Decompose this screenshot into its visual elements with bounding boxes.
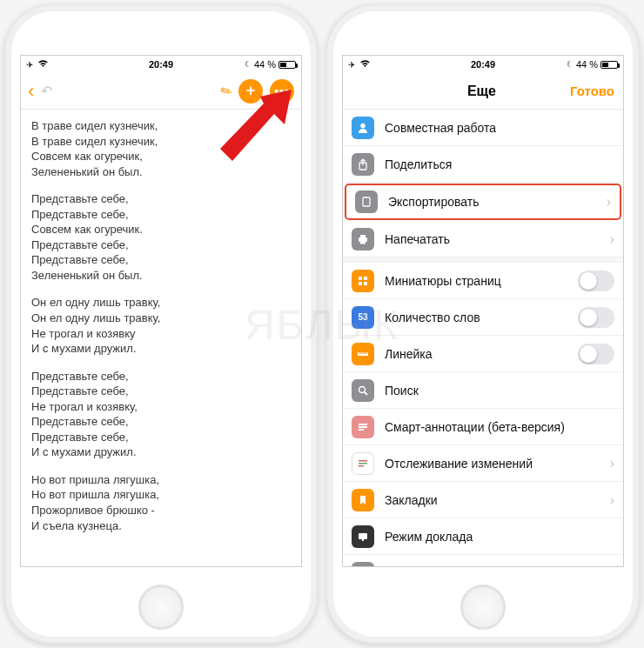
airplane-icon: ✈	[26, 60, 33, 70]
toggle-wordcount[interactable]	[578, 307, 614, 328]
status-time: 20:49	[471, 59, 495, 70]
row-search[interactable]: Поиск	[343, 372, 623, 409]
track-changes-icon	[352, 452, 374, 475]
svg-rect-8	[364, 277, 367, 280]
row-label: Пароль	[385, 566, 614, 567]
row-bookmarks[interactable]: Закладки ›	[343, 482, 623, 518]
paragraph: Он ел одну лишь травку, Он ел одну лишь …	[31, 295, 291, 356]
svg-rect-25	[359, 533, 367, 539]
status-time: 20:49	[149, 59, 173, 70]
insert-button[interactable]: +	[238, 79, 263, 104]
row-label: Миниатюры страниц	[385, 274, 567, 288]
battery-icon	[600, 61, 618, 69]
wordcount-icon: 53	[352, 306, 374, 329]
svg-rect-5	[360, 235, 366, 237]
svg-line-18	[365, 392, 367, 395]
row-label: Поделиться	[385, 157, 614, 171]
dnd-icon: ☾	[245, 60, 252, 69]
paragraph: Представьте себе, Представьте себе, Совс…	[31, 191, 291, 283]
row-label: Количество слов	[385, 311, 567, 324]
row-print[interactable]: Напечатать ›	[343, 221, 623, 257]
row-annotations[interactable]: Смарт-аннотации (бета-версия)	[343, 409, 623, 445]
status-bar: ✈ 20:49 ☾ 44 %	[21, 56, 301, 73]
row-thumbnails[interactable]: Миниатюры страниц	[343, 263, 623, 299]
svg-rect-9	[359, 282, 362, 285]
chevron-right-icon: ›	[610, 456, 614, 471]
row-label: Совместная работа	[385, 121, 614, 135]
row-track-changes[interactable]: Отслеживание изменений ›	[343, 445, 623, 482]
wifi-icon	[37, 59, 49, 70]
row-share[interactable]: Поделиться	[343, 146, 623, 183]
row-collaborate[interactable]: Совместная работа	[343, 110, 623, 146]
ruler-icon	[352, 343, 374, 365]
svg-rect-20	[359, 426, 367, 428]
nav-title: Еще	[352, 84, 570, 99]
row-label: Смарт-аннотации (бета-версия)	[385, 420, 614, 434]
row-label: Поиск	[385, 384, 614, 397]
done-button[interactable]: Готово	[570, 84, 614, 98]
phone-left: ✈ 20:49 ☾ 44 % ‹ ↶ ✎ + •••	[4, 4, 318, 644]
row-label: Режим доклада	[385, 530, 614, 544]
row-export[interactable]: Экспортировать ›	[345, 184, 621, 220]
home-button[interactable]	[138, 585, 184, 630]
svg-point-17	[359, 386, 366, 392]
row-label: Линейка	[385, 347, 567, 361]
chevron-right-icon: ›	[607, 194, 611, 210]
airplane-icon: ✈	[348, 60, 355, 70]
paragraph: Но вот пришла лягушка, Но вот пришла ляг…	[31, 472, 291, 533]
bookmark-icon	[352, 489, 374, 511]
svg-rect-7	[359, 277, 362, 280]
lock-icon	[352, 562, 374, 567]
svg-rect-26	[362, 539, 364, 541]
chevron-right-icon: ›	[610, 231, 614, 247]
row-password[interactable]: Пароль	[343, 555, 623, 566]
row-wordcount[interactable]: 53 Количество слов	[343, 299, 623, 336]
row-ruler[interactable]: Линейка	[343, 336, 623, 372]
paragraph: В траве сидел кузнечик, В траве сидел ку…	[31, 118, 291, 179]
more-button[interactable]: •••	[270, 79, 294, 104]
paragraph: Представьте себе, Представьте себе, Не т…	[31, 369, 291, 460]
toolbar: ‹ ↶ ✎ + •••	[21, 73, 301, 110]
row-label: Отслеживание изменений	[385, 457, 600, 471]
dnd-icon: ☾	[567, 60, 574, 69]
svg-rect-23	[359, 463, 367, 464]
battery-icon	[278, 61, 296, 69]
thumbnails-icon	[352, 270, 374, 292]
row-label: Экспортировать	[388, 195, 596, 209]
svg-rect-19	[359, 424, 367, 425]
svg-point-1	[360, 123, 365, 127]
battery-text: 44 %	[254, 59, 276, 70]
screen-right: ✈ 20:49 ☾ 44 % Еще Готово	[342, 55, 624, 567]
export-icon	[355, 190, 378, 213]
document-body[interactable]: В траве сидел кузнечик, В траве сидел ку…	[21, 110, 301, 566]
row-presenter[interactable]: Режим доклада	[343, 518, 623, 555]
chevron-right-icon: ›	[610, 492, 614, 508]
phone-right: ✈ 20:49 ☾ 44 % Еще Готово	[326, 4, 640, 644]
brush-button[interactable]: ✎	[217, 81, 235, 101]
status-bar: ✈ 20:49 ☾ 44 %	[343, 56, 623, 73]
toggle-ruler[interactable]	[578, 344, 614, 364]
svg-rect-4	[359, 237, 367, 242]
row-label: Закладки	[385, 493, 600, 507]
svg-rect-6	[360, 241, 366, 244]
wifi-icon	[359, 59, 371, 70]
home-button[interactable]	[460, 585, 506, 630]
svg-rect-24	[359, 465, 364, 467]
menu-list: Совместная работа Поделиться Экспортиров…	[343, 110, 623, 566]
share-icon	[352, 153, 374, 176]
nav-bar: Еще Готово	[343, 73, 623, 110]
undo-button[interactable]: ↶	[41, 83, 52, 99]
search-icon	[352, 379, 374, 402]
presenter-icon	[352, 525, 374, 548]
toggle-thumbnails[interactable]	[578, 271, 614, 291]
screen-left: ✈ 20:49 ☾ 44 % ‹ ↶ ✎ + •••	[20, 55, 302, 567]
phone-inner: ✈ 20:49 ☾ 44 % Еще Готово	[333, 11, 633, 637]
svg-rect-10	[364, 282, 367, 285]
annotation-icon	[352, 416, 374, 438]
svg-rect-3	[363, 197, 370, 206]
phone-inner: ✈ 20:49 ☾ 44 % ‹ ↶ ✎ + •••	[11, 11, 311, 637]
back-button[interactable]: ‹	[28, 80, 34, 103]
battery-text: 44 %	[576, 59, 598, 70]
person-icon	[352, 117, 374, 139]
row-label: Напечатать	[385, 232, 600, 246]
